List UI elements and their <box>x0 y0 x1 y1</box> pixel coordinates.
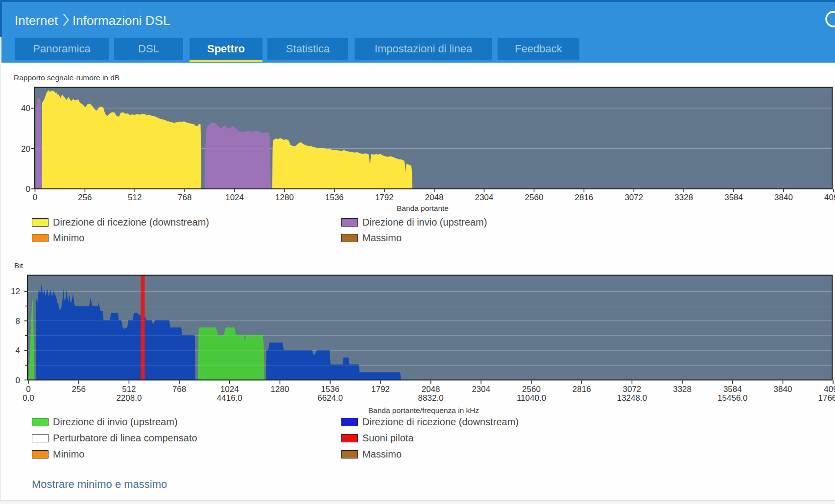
svg-text:1792: 1792 <box>375 193 394 202</box>
svg-text:1280: 1280 <box>275 193 294 202</box>
svg-text:512: 512 <box>122 385 136 394</box>
svg-text:3072: 3072 <box>624 193 643 202</box>
svg-text:0.0: 0.0 <box>23 393 34 403</box>
svg-text:20: 20 <box>21 144 30 154</box>
svg-text:4: 4 <box>16 346 20 355</box>
svg-text:2560: 2560 <box>522 385 541 394</box>
svg-text:17664.0: 17664.0 <box>818 393 835 403</box>
svg-text:0: 0 <box>26 385 30 394</box>
svg-text:1280: 1280 <box>271 385 289 394</box>
svg-text:12: 12 <box>11 287 20 296</box>
svg-text:1024: 1024 <box>225 193 244 202</box>
svg-text:4416.0: 4416.0 <box>217 393 242 403</box>
svg-text:256: 256 <box>72 385 86 394</box>
svg-text:2816: 2816 <box>573 385 591 394</box>
svg-text:0: 0 <box>33 193 37 202</box>
svg-text:2048: 2048 <box>425 193 444 202</box>
svg-text:Banda portante/frequenza in kH: Banda portante/frequenza in kHz <box>368 406 479 414</box>
svg-text:3840: 3840 <box>774 193 793 202</box>
svg-text:2304: 2304 <box>472 385 490 394</box>
svg-text:1536: 1536 <box>321 385 339 394</box>
svg-text:2304: 2304 <box>475 193 494 202</box>
svg-text:512: 512 <box>128 193 142 202</box>
svg-text:1024: 1024 <box>220 385 239 394</box>
svg-text:2208.0: 2208.0 <box>116 393 142 403</box>
svg-text:4096: 4096 <box>824 385 835 394</box>
svg-text:40: 40 <box>21 104 30 113</box>
svg-text:3328: 3328 <box>673 385 692 394</box>
svg-text:3840: 3840 <box>774 385 792 394</box>
svg-text:1792: 1792 <box>371 385 390 394</box>
svg-text:8832.0: 8832.0 <box>418 393 444 403</box>
svg-text:15456.0: 15456.0 <box>717 393 747 403</box>
svg-text:8: 8 <box>16 317 20 326</box>
svg-text:3584: 3584 <box>723 385 742 394</box>
svg-text:2048: 2048 <box>422 385 440 394</box>
svg-text:768: 768 <box>178 193 191 202</box>
svg-text:2816: 2816 <box>574 193 593 202</box>
svg-text:Banda portante: Banda portante <box>397 204 449 212</box>
svg-text:1536: 1536 <box>325 193 344 202</box>
svg-text:4096: 4096 <box>824 193 835 202</box>
svg-text:0: 0 <box>26 184 30 194</box>
svg-text:2560: 2560 <box>525 193 544 202</box>
svg-text:256: 256 <box>78 193 92 202</box>
svg-text:3072: 3072 <box>622 385 641 394</box>
svg-text:6624.0: 6624.0 <box>317 393 343 403</box>
svg-text:768: 768 <box>172 385 186 394</box>
svg-text:3584: 3584 <box>724 193 743 202</box>
svg-text:0: 0 <box>16 376 20 385</box>
svg-text:13248.0: 13248.0 <box>617 393 647 403</box>
svg-text:11040.0: 11040.0 <box>517 393 546 403</box>
svg-text:3328: 3328 <box>674 193 693 202</box>
